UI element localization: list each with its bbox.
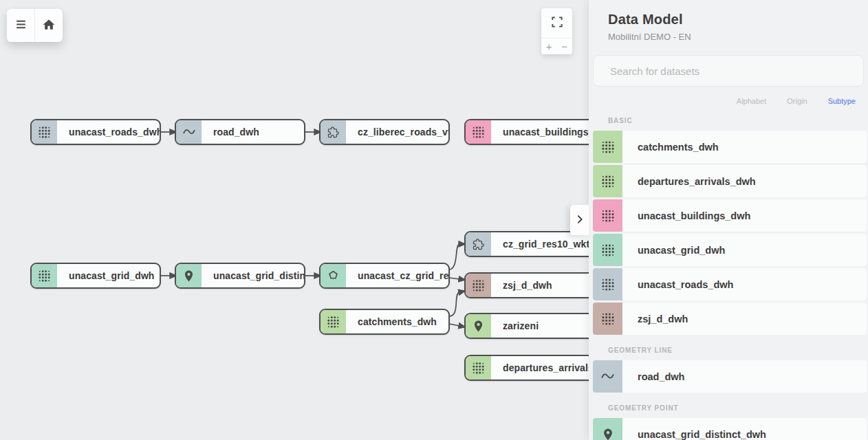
grid-dots-icon (593, 268, 622, 300)
grid-dots-icon (593, 131, 622, 163)
dataset-item-label: unacast_grid_distinct_dwh (638, 429, 766, 440)
graph-node-unacast_cz_grid_res1[interactable]: unacast_cz_grid_res1 (319, 263, 450, 289)
node-label: unacast_roads_dwh (69, 126, 161, 138)
node-label: zsj_d_dwh (503, 280, 552, 291)
pin-icon (466, 314, 491, 338)
section-geometry-line: GEOMETRY LINEroad_dwh (589, 346, 868, 393)
sort-options: AlphabetOriginSubtype (589, 97, 856, 105)
graph-node-unacast_roads_dwh[interactable]: unacast_roads_dwh (30, 119, 161, 145)
home-button[interactable] (34, 9, 63, 42)
node-label: cz_grid_res10_wkt_ub (503, 239, 595, 250)
node-label: unacast_grid_dwh (69, 270, 155, 281)
pin-icon (176, 264, 202, 287)
wave-icon (176, 120, 202, 144)
node-label: departures_arrivals_d (503, 362, 595, 373)
dataset-item-unacast_grid_distinct_dwh[interactable]: unacast_grid_distinct_dwh (593, 418, 867, 440)
grid-dots-icon (593, 165, 622, 197)
puzzle-icon (321, 120, 346, 144)
wave-icon (593, 360, 622, 393)
dataset-list: BASICcatchments_dwhdepartures_arrivals_d… (589, 117, 868, 440)
grid-dots-icon (593, 234, 622, 266)
puzzle-icon (466, 232, 491, 256)
dataset-item-unacast_roads_dwh[interactable]: unacast_roads_dwh (593, 268, 867, 300)
dataset-item-catchments_dwh[interactable]: catchments_dwh (593, 131, 867, 163)
canvas-toolbar (7, 9, 63, 42)
dataset-item-label: unacast_buildings_dwh (638, 210, 750, 221)
grid-dots-icon (466, 274, 491, 297)
graph-node-unacast_grid_distinct[interactable]: unacast_grid_distinct (175, 263, 305, 289)
section-basic: BASICcatchments_dwhdepartures_arrivals_d… (589, 117, 868, 335)
graph-node-zarizeni[interactable]: zarizeni (464, 313, 595, 339)
panel-title: Data Model (608, 12, 868, 28)
zoom-controls: + − (541, 8, 572, 54)
grid-dots-icon (593, 302, 622, 335)
chevron-right-icon (574, 214, 585, 227)
home-icon (42, 18, 56, 34)
dataset-item-label: departures_arrivals_dwh (638, 176, 756, 187)
section-geometry-point: GEOMETRY POINTunacast_grid_distinct_dwh (589, 404, 868, 440)
dataset-item-road_dwh[interactable]: road_dwh (593, 360, 867, 393)
search-input[interactable] (609, 65, 848, 78)
grid-dots-icon (466, 356, 491, 380)
fit-screen-icon (550, 15, 564, 31)
graph-node-zsj_d_dwh[interactable]: zsj_d_dwh (464, 272, 595, 298)
dataset-item-label: unacast_roads_dwh (638, 279, 733, 290)
data-model-panel: Data Model Mobilitní DEMO - EN AlphabetO… (589, 0, 868, 440)
node-label: unacast_buildings_dw (503, 126, 595, 138)
node-label: unacast_cz_grid_res1 (358, 270, 450, 281)
section-label: BASIC (608, 117, 868, 124)
search-box (593, 55, 864, 87)
dataset-item-label: unacast_grid_dwh (638, 245, 725, 256)
dataset-item-unacast_grid_dwh[interactable]: unacast_grid_dwh (593, 234, 867, 266)
grid-dots-icon (593, 199, 622, 232)
node-label: cz_liberec_roads_vt-7 (358, 126, 450, 138)
graph-node-catchments_dwh[interactable]: catchments_dwh (319, 309, 450, 335)
dataset-item-label: zsj_d_dwh (638, 314, 688, 324)
grid-dots-icon (321, 310, 346, 333)
node-label: unacast_grid_distinct (213, 270, 305, 281)
node-label: zarizeni (503, 320, 539, 331)
zoom-out-button[interactable]: − (557, 38, 573, 54)
dataset-item-label: road_dwh (638, 371, 684, 382)
fit-screen-button[interactable] (541, 8, 572, 38)
panel-subtitle: Mobilitní DEMO - EN (608, 32, 868, 42)
grid-dots-icon (32, 264, 57, 287)
sort-option-subtype[interactable]: Subtype (828, 97, 856, 105)
blob-icon (321, 264, 346, 287)
dataset-item-zsj_d_dwh[interactable]: zsj_d_dwh (593, 302, 867, 335)
collapse-panel-button[interactable] (570, 205, 589, 235)
section-label: GEOMETRY LINE (608, 346, 868, 354)
graph-node-departures_arrivals_dwh[interactable]: departures_arrivals_d (464, 355, 595, 381)
zoom-in-button[interactable]: + (541, 38, 557, 54)
menu-button[interactable] (7, 9, 34, 42)
sort-option-alphabet[interactable]: Alphabet (737, 97, 766, 105)
node-label: catchments_dwh (358, 316, 437, 327)
node-label: road_dwh (213, 126, 259, 138)
pin-icon (593, 418, 622, 440)
grid-dots-icon (466, 120, 491, 144)
grid-dots-icon (32, 120, 57, 144)
graph-node-road_dwh[interactable]: road_dwh (175, 119, 305, 145)
dataset-item-unacast_buildings_dwh[interactable]: unacast_buildings_dwh (593, 199, 867, 232)
graph-node-cz_liberec_roads_vt-7[interactable]: cz_liberec_roads_vt-7 (319, 119, 450, 145)
sort-option-origin[interactable]: Origin (787, 97, 807, 105)
graph-node-unacast_buildings_dwh[interactable]: unacast_buildings_dw (464, 119, 595, 145)
graph-node-unacast_grid_dwh[interactable]: unacast_grid_dwh (30, 263, 161, 289)
dataset-item-label: catchments_dwh (638, 142, 719, 153)
hamburger-icon (14, 18, 28, 33)
section-label: GEOMETRY POINT (608, 404, 868, 412)
dataset-item-departures_arrivals_dwh[interactable]: departures_arrivals_dwh (593, 165, 867, 197)
